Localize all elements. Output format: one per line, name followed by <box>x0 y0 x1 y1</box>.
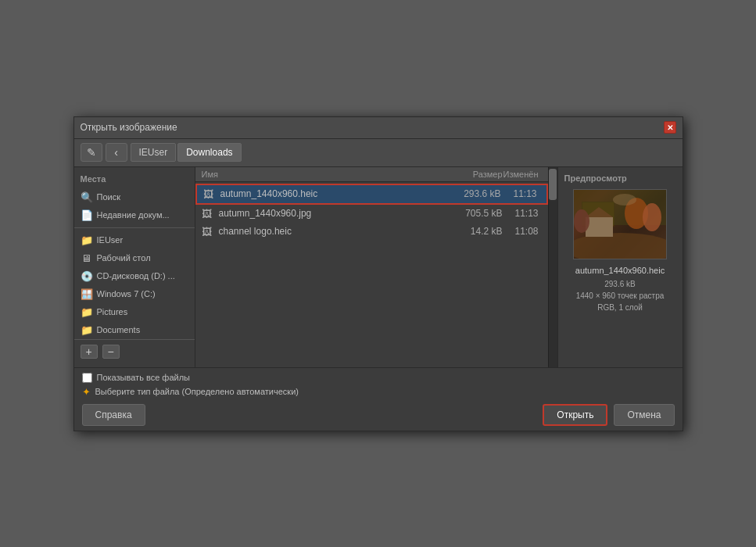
help-button[interactable]: Справка <box>82 404 145 426</box>
show-all-files-row: Показывать все файлы <box>82 373 675 383</box>
main-area: Места 🔍 Поиск 📄 Недавние докум... 📁 IEUs… <box>74 167 683 367</box>
remove-location-button[interactable]: − <box>102 345 120 359</box>
file-list: 🖼 autumn_1440x960.heic 293.6 kB 11:13 🖼 … <box>195 182 548 367</box>
cd-icon: 💿 <box>81 270 93 282</box>
file-icon: 🖼 <box>203 188 217 200</box>
windows-icon: 🪟 <box>81 288 93 300</box>
edit-button[interactable]: ✎ <box>81 143 102 162</box>
preview-panel: Предпросмотр <box>557 167 683 367</box>
file-icon: 🖼 <box>202 208 216 220</box>
sidebar-item-search[interactable]: 🔍 Поиск <box>74 188 195 206</box>
pictures-folder-icon: 📁 <box>81 306 93 318</box>
col-header-name: Имя <box>202 170 440 179</box>
scrollbar-thumb[interactable] <box>549 169 557 200</box>
show-all-files-checkbox[interactable] <box>82 373 92 383</box>
file-name: autumn_1440x960.heic <box>220 188 439 199</box>
filetype-icon: ✦ <box>82 386 91 398</box>
desktop-icon: 🖥 <box>81 252 93 264</box>
dialog-title: Открыть изображение <box>81 122 177 133</box>
file-time: 11:13 <box>503 208 542 219</box>
file-size: 705.5 kB <box>440 208 503 219</box>
file-row[interactable]: 🖼 channel logo.heic 14.2 kB 11:08 <box>195 223 548 241</box>
show-all-files-label[interactable]: Показывать все файлы <box>97 373 190 382</box>
col-header-size: Размер <box>440 170 503 179</box>
breadcrumb-downloads[interactable]: Downloads <box>177 143 241 162</box>
add-location-button[interactable]: + <box>81 345 98 359</box>
svg-rect-3 <box>586 217 613 237</box>
sidebar-separator <box>74 227 195 228</box>
file-name: autumn_1440x960.jpg <box>219 208 440 219</box>
file-icon: 🖼 <box>202 226 216 238</box>
preview-image <box>573 189 667 259</box>
open-image-dialog: Открыть изображение ✕ ✎ ‹ IEUser Downloa… <box>73 116 683 431</box>
svg-point-6 <box>643 203 661 231</box>
breadcrumb-ieuser[interactable]: IEUser <box>131 143 177 162</box>
preview-filename: autumn_1440x960.heic <box>575 266 665 275</box>
file-list-scrollbar[interactable] <box>548 167 557 367</box>
open-button[interactable]: Открыть <box>543 404 607 426</box>
file-size: 293.6 kB <box>439 188 501 199</box>
folder-icon: 📁 <box>81 234 93 246</box>
filetype-row: ✦ Выберите тип файла (Определено автомат… <box>82 386 675 398</box>
file-time: 11:08 <box>503 226 542 237</box>
toolbar: ✎ ‹ IEUser Downloads <box>74 139 683 167</box>
svg-point-2 <box>574 233 667 259</box>
sidebar: Места 🔍 Поиск 📄 Недавние докум... 📁 IEUs… <box>74 167 195 367</box>
sidebar-item-desktop[interactable]: 🖥 Рабочий стол <box>74 249 195 267</box>
sidebar-item-ieuser[interactable]: 📁 IEUser <box>74 231 195 249</box>
sidebar-item-windows[interactable]: 🪟 Windows 7 (C:) <box>74 285 195 303</box>
back-icon: ‹ <box>114 146 118 159</box>
sidebar-header: Места <box>74 171 195 188</box>
col-header-time: Изменён <box>503 170 542 179</box>
cancel-button[interactable]: Отмена <box>614 404 674 426</box>
preview-details: 293.6 kB 1440 × 960 точек растра RGB, 1 … <box>576 278 665 313</box>
sidebar-bottom: + − <box>74 339 195 363</box>
close-button[interactable]: ✕ <box>664 121 676 134</box>
bottom-area: Показывать все файлы ✦ Выберите тип файл… <box>74 367 683 431</box>
back-button[interactable]: ‹ <box>106 143 127 162</box>
search-icon: 🔍 <box>81 191 93 203</box>
svg-point-7 <box>574 209 589 233</box>
sidebar-item-pictures[interactable]: 📁 Pictures <box>74 303 195 321</box>
filetype-label: Выберите тип файла (Определено автоматич… <box>95 387 299 396</box>
sidebar-item-documents[interactable]: 📁 Documents <box>74 321 195 339</box>
file-name: channel logo.heic <box>219 226 440 237</box>
preview-header: Предпросмотр <box>564 173 627 183</box>
file-list-header: Имя Размер Изменён <box>195 167 548 182</box>
sidebar-item-recent[interactable]: 📄 Недавние докум... <box>74 206 195 224</box>
file-time: 11:13 <box>501 188 540 199</box>
titlebar: Открыть изображение ✕ <box>74 117 683 139</box>
edit-icon: ✎ <box>87 146 96 159</box>
sidebar-item-cd[interactable]: 💿 CD-дисковод (D:) ... <box>74 267 195 285</box>
documents-folder-icon: 📁 <box>81 324 93 336</box>
breadcrumb: IEUser Downloads <box>131 143 243 162</box>
file-row[interactable]: 🖼 autumn_1440x960.jpg 705.5 kB 11:13 <box>195 205 548 223</box>
buttons-row: Справка Открыть Отмена <box>82 404 675 426</box>
file-area: Имя Размер Изменён 🖼 autumn_1440x960.hei… <box>195 167 548 367</box>
file-row[interactable]: 🖼 autumn_1440x960.heic 293.6 kB 11:13 <box>195 184 548 205</box>
file-size: 14.2 kB <box>440 226 503 237</box>
recent-icon: 📄 <box>81 209 93 221</box>
